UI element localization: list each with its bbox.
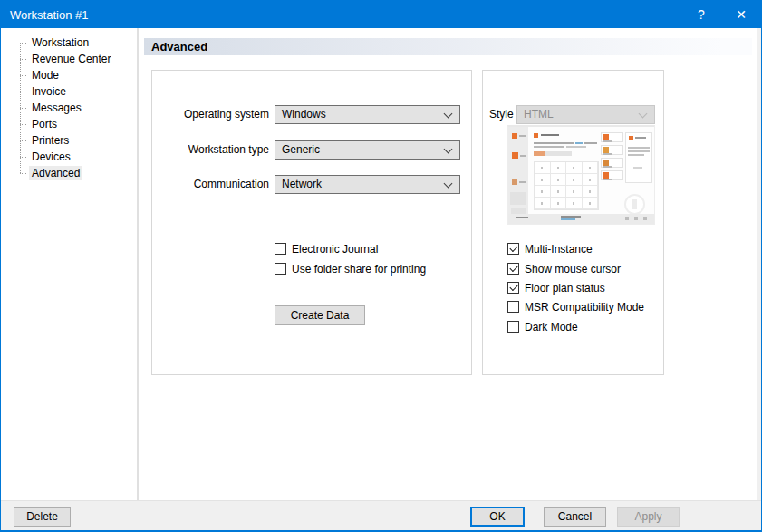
preview-footer-bar — [508, 214, 654, 224]
checkbox-box[interactable] — [275, 243, 286, 255]
close-icon[interactable]: ✕ — [721, 1, 761, 28]
workstation-type-select[interactable]: Generic — [275, 140, 460, 160]
dialog-body: Workstation Revenue Center Mode Invoice … — [1, 28, 761, 500]
checkbox-label: Floor plan status — [525, 282, 605, 295]
cancel-button[interactable]: Cancel — [544, 507, 606, 527]
nav-item-workstation[interactable]: Workstation — [19, 34, 137, 51]
settings-nav: Workstation Revenue Center Mode Invoice … — [1, 28, 139, 500]
workstation-type-label: Workstation type — [152, 140, 269, 160]
chevron-down-icon — [639, 110, 648, 119]
nav-item-printers[interactable]: Printers — [19, 132, 137, 149]
show-mouse-cursor-checkbox[interactable]: Show mouse cursor — [507, 262, 621, 276]
msr-compatibility-checkbox[interactable]: MSR Compatibility Mode — [507, 300, 644, 314]
chevron-down-icon — [444, 110, 453, 119]
nav-item-devices[interactable]: Devices — [19, 149, 137, 165]
workstation-dialog: Workstation #1 ? ✕ Workstation Revenue C… — [0, 0, 762, 532]
checkbox-box[interactable] — [507, 321, 519, 333]
style-preview-thumbnail — [507, 125, 655, 225]
checkbox-label: Dark Mode — [525, 321, 578, 334]
communication-value: Network — [282, 178, 322, 190]
title-bar: Workstation #1 ? ✕ — [1, 1, 761, 28]
advanced-panel: Advanced Operating system Windows Workst… — [139, 28, 757, 500]
checkbox-label: Multi-Instance — [525, 243, 593, 256]
window-title: Workstation #1 — [1, 8, 88, 22]
preview-watermark-logo — [624, 194, 645, 215]
ok-button[interactable]: OK — [470, 507, 525, 527]
nav-item-advanced[interactable]: Advanced — [19, 165, 137, 181]
multi-instance-checkbox[interactable]: Multi-Instance — [507, 242, 593, 256]
folder-share-printing-checkbox[interactable]: Use folder share for printing — [275, 262, 426, 276]
checkbox-box[interactable] — [507, 282, 519, 294]
nav-item-mode[interactable]: Mode — [19, 67, 137, 83]
nav-item-messages[interactable]: Messages — [19, 100, 137, 116]
preview-keypad-grid — [534, 161, 599, 210]
help-icon[interactable]: ? — [681, 1, 721, 28]
nav-item-revenue-center[interactable]: Revenue Center — [19, 51, 137, 67]
create-data-button[interactable]: Create Data — [275, 305, 365, 325]
style-label: Style — [489, 105, 514, 124]
chevron-down-icon — [444, 145, 453, 154]
apply-button: Apply — [617, 507, 680, 527]
floor-plan-status-checkbox[interactable]: Floor plan status — [507, 281, 605, 295]
checkbox-label: MSR Compatibility Mode — [525, 301, 644, 314]
operating-system-value: Windows — [282, 108, 326, 121]
nav-item-invoice[interactable]: Invoice — [19, 83, 137, 100]
settings-tree: Workstation Revenue Center Mode Invoice … — [19, 34, 137, 181]
general-settings-group: Operating system Windows Workstation typ… — [151, 70, 472, 375]
dark-mode-checkbox[interactable]: Dark Mode — [507, 320, 578, 334]
workstation-type-value: Generic — [282, 143, 320, 156]
checkbox-label: Use folder share for printing — [292, 263, 426, 276]
nav-item-ports[interactable]: Ports — [19, 116, 137, 132]
style-settings-group: Style HTML — [482, 70, 664, 375]
operating-system-select[interactable]: Windows — [275, 105, 460, 124]
style-value: HTML — [524, 108, 554, 121]
communication-select[interactable]: Network — [275, 175, 460, 194]
electronic-journal-checkbox[interactable]: Electronic Journal — [275, 242, 378, 256]
checkbox-box[interactable] — [507, 301, 519, 313]
page-title: Advanced — [144, 38, 752, 55]
checkbox-box[interactable] — [275, 263, 286, 275]
communication-label: Communication — [152, 175, 269, 194]
checkbox-label: Show mouse cursor — [525, 263, 621, 276]
chevron-down-icon — [444, 179, 453, 189]
checkbox-box[interactable] — [507, 263, 519, 275]
style-select: HTML — [516, 105, 655, 124]
operating-system-label: Operating system — [152, 105, 269, 124]
dialog-footer: Delete OK Cancel Apply — [1, 500, 761, 530]
delete-button[interactable]: Delete — [14, 507, 71, 527]
checkbox-label: Electronic Journal — [292, 243, 378, 256]
checkbox-box[interactable] — [507, 243, 519, 255]
